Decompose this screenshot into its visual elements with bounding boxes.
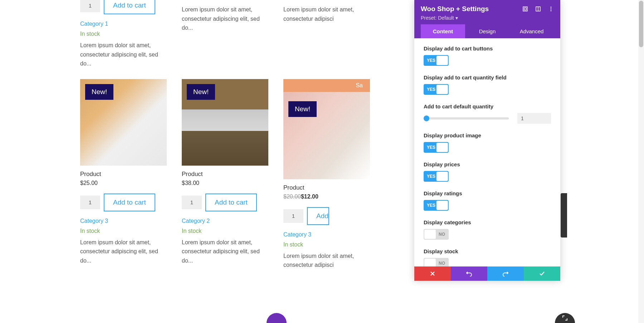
close-icon bbox=[430, 271, 435, 276]
settings-panel: Woo Shop + Settings Preset: Default ▾ Co… bbox=[414, 0, 560, 281]
add-to-cart-button[interactable]: Add bbox=[307, 207, 329, 225]
tab-content[interactable]: Content bbox=[421, 24, 465, 38]
fullscreen-icon[interactable] bbox=[522, 6, 528, 12]
side-tab-handle[interactable] bbox=[561, 193, 567, 238]
product-description: Lorem ipsum dolor sit amet, consectetur … bbox=[283, 5, 370, 23]
tab-design[interactable]: Design bbox=[465, 24, 509, 38]
setting-label: Display stock bbox=[424, 248, 551, 254]
product-title[interactable]: Product bbox=[182, 171, 268, 178]
undo-button[interactable] bbox=[451, 266, 487, 281]
redo-icon bbox=[503, 271, 508, 276]
toggle-ratings[interactable]: YES bbox=[424, 200, 449, 211]
panel-body[interactable]: Display add to cart buttons YES Display … bbox=[414, 38, 560, 266]
expand-icon bbox=[562, 315, 567, 320]
product-card: New! Product $38.00 Add to cart Category… bbox=[182, 79, 268, 270]
check-icon bbox=[539, 271, 545, 276]
product-image[interactable]: Sa New! bbox=[283, 79, 370, 179]
stock-status: In stock bbox=[182, 0, 268, 1]
default-quantity-input[interactable] bbox=[517, 113, 551, 124]
product-image[interactable]: New! bbox=[80, 79, 167, 166]
product-category-link[interactable]: Category 2 bbox=[182, 218, 210, 224]
svg-point-6 bbox=[551, 10, 552, 11]
panel-header: Woo Shop + Settings Preset: Default ▾ Co… bbox=[414, 0, 560, 38]
toggle-product-image[interactable]: YES bbox=[424, 142, 449, 153]
setting-label: Add to cart default quantity bbox=[424, 103, 551, 109]
setting-label: Display add to cart quantity field bbox=[424, 74, 551, 80]
stock-status: In stock bbox=[283, 0, 370, 1]
new-badge: New! bbox=[288, 101, 317, 117]
toggle-add-to-cart-buttons[interactable]: YES bbox=[424, 55, 449, 66]
setting-label: Display product image bbox=[424, 132, 551, 138]
new-badge: New! bbox=[85, 84, 113, 100]
add-to-cart-button[interactable]: Add to cart bbox=[104, 194, 155, 211]
product-card: New! Product $25.00 Add to cart Category… bbox=[80, 79, 167, 270]
product-image[interactable]: New! bbox=[182, 79, 268, 166]
product-card: Add to cart Category 1 In stock Lorem ip… bbox=[80, 0, 167, 68]
preset-selector[interactable]: Preset: Default ▾ bbox=[421, 15, 554, 21]
save-button[interactable] bbox=[524, 266, 560, 281]
chevron-down-icon: ▾ bbox=[455, 15, 458, 21]
sale-badge: Sa bbox=[283, 79, 370, 92]
stock-status: In stock bbox=[80, 31, 167, 37]
product-description: Lorem ipsum dolor sit amet, consectetur … bbox=[80, 238, 167, 265]
product-card: Category 3 In stock Lorem ipsum dolor si… bbox=[182, 0, 268, 68]
setting-label: Display ratings bbox=[424, 190, 551, 196]
undo-icon bbox=[466, 271, 472, 276]
product-price: $20.00$12.00 bbox=[283, 194, 370, 200]
product-category-link[interactable]: Category 3 bbox=[80, 218, 108, 224]
svg-point-4 bbox=[551, 7, 552, 8]
quantity-input[interactable] bbox=[80, 0, 100, 12]
panel-footer bbox=[414, 266, 560, 281]
tab-advanced[interactable]: Advanced bbox=[509, 24, 554, 38]
new-badge: New! bbox=[187, 84, 215, 100]
setting-label: Display categories bbox=[424, 219, 551, 225]
svg-point-5 bbox=[551, 9, 552, 10]
toggle-quantity-field[interactable]: YES bbox=[424, 84, 449, 95]
product-title[interactable]: Product bbox=[283, 184, 370, 191]
product-title[interactable]: Product bbox=[80, 171, 167, 178]
scrollbar-thumb[interactable] bbox=[639, 1, 643, 47]
toggle-categories[interactable]: NO bbox=[424, 229, 449, 240]
cancel-button[interactable] bbox=[414, 266, 451, 281]
stock-status: In stock bbox=[283, 241, 370, 248]
svg-rect-0 bbox=[523, 7, 527, 11]
quantity-input[interactable] bbox=[283, 209, 303, 223]
panel-tabs: Content Design Advanced bbox=[421, 24, 554, 38]
product-description: Lorem ipsum dolor sit amet, consectetur … bbox=[283, 251, 370, 270]
svg-rect-1 bbox=[524, 8, 526, 10]
product-description: Lorem ipsum dolor sit amet, consectetur … bbox=[80, 41, 167, 68]
setting-label: Display prices bbox=[424, 161, 551, 167]
product-price: $25.00 bbox=[80, 180, 167, 186]
more-icon[interactable] bbox=[548, 6, 554, 12]
product-price: $38.00 bbox=[182, 180, 268, 186]
redo-button[interactable] bbox=[487, 266, 524, 281]
product-category-link[interactable]: Category 3 bbox=[283, 231, 311, 238]
columns-icon[interactable] bbox=[535, 6, 541, 12]
panel-title: Woo Shop + Settings bbox=[421, 5, 489, 13]
product-description: Lorem ipsum dolor sit amet, consectetur … bbox=[182, 5, 268, 33]
product-card: Category 2 In stock Lorem ipsum dolor si… bbox=[283, 0, 370, 68]
slider-handle[interactable] bbox=[424, 116, 429, 121]
toggle-stock[interactable]: NO bbox=[424, 258, 449, 266]
stock-status: In stock bbox=[182, 228, 268, 234]
product-category-link[interactable]: Category 1 bbox=[80, 21, 108, 27]
add-to-cart-button[interactable]: Add to cart bbox=[104, 0, 155, 14]
add-to-cart-button[interactable]: Add to cart bbox=[205, 194, 257, 211]
toggle-prices[interactable]: YES bbox=[424, 171, 449, 182]
default-quantity-slider[interactable] bbox=[424, 117, 509, 119]
product-description: Lorem ipsum dolor sit amet, consectetur … bbox=[182, 238, 268, 265]
product-card: Sa New! Product $20.00$12.00 Add Categor… bbox=[283, 79, 370, 270]
scrollbar-track[interactable] bbox=[638, 0, 644, 323]
quantity-input[interactable] bbox=[80, 196, 100, 209]
setting-label: Display add to cart buttons bbox=[424, 45, 551, 52]
stock-status: In stock bbox=[80, 228, 167, 234]
quantity-input[interactable] bbox=[182, 196, 202, 209]
